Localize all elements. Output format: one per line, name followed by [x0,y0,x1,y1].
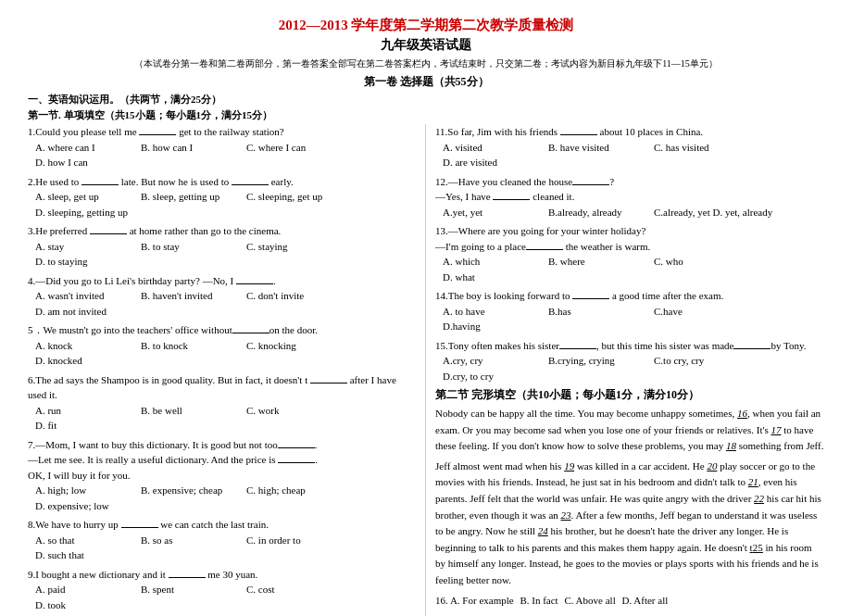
q3-opt-a: A. stay [35,239,137,255]
q8-opt-b: B. so as [141,533,243,548]
q1-text: 1.Could you please tell me get to the ra… [28,126,284,137]
q16-opt-c: C. Above all [564,595,615,606]
answer-17: 17. A. unusual B. normal C. likely D. st… [435,611,824,616]
q12-opt-c: C.already, yet D. yet, already [654,205,772,220]
q7-opt-a: A. high; low [35,483,137,498]
q14-options: A. to have B.has C.have D.having [443,304,824,334]
q12-opt-b: B.already, already [548,205,650,220]
q15-opt-b: B.crying, crying [548,353,650,369]
q13-opt-d: D. what [443,270,545,285]
question-7: 7.—Mom, I want to buy this dictionary. I… [28,437,416,514]
q8-opt-d: D. such that [35,547,137,563]
question-9: 9.I bought a new dictionary and it me 30… [28,567,416,613]
q4-opt-d: D. am not invited [35,304,137,320]
q2-opt-c: C. sleeping, get up [246,189,348,205]
q1-opt-d: D. how I can [35,155,137,170]
q9-options: A. paid B. spent C. cost D. took [35,582,416,612]
q13-text: 13.—Where are you going for your winter … [435,223,824,239]
question-15: 15.Tony often makes his sister, but this… [435,338,824,384]
question-3: 3.He preferred at home rather than go to… [28,223,416,270]
question-13: 13.—Where are you going for your winter … [435,223,824,284]
q8-opt-a: A. so that [35,533,137,548]
q15-text: 15.Tony often makes his sister, but this… [435,340,807,351]
q2-text: 2.He used to late. But now he is used to… [28,176,294,187]
question-12: 12.—Have you cleaned the house? —Yes, I … [435,174,824,220]
main-title: 2012—2013 学年度第二学期第二次教学质量检测 [28,17,824,34]
q6-opt-c: C. work [246,403,348,419]
q12-opt-a: A.yet, yet [443,205,545,220]
q2-opt-a: A. sleep, get up [35,189,137,205]
q13-opt-b: B. where [548,254,650,270]
q13-opt-a: A. which [443,254,545,270]
q7-opt-c: C. high; cheap [246,483,348,498]
q4-options: A. wasn't invited B. haven't invited C. … [35,288,416,319]
q15-opt-c: C.to cry, cry [654,353,756,369]
q15-opt-d: D.cry, to cry [443,369,545,384]
left-column: 1.Could you please tell me get to the ra… [28,124,426,616]
q9-opt-b: B. spent [141,582,243,597]
q7-options: A. high; low B. expensive; cheap C. high… [35,483,416,513]
answer-16: 16. A. For example B. In fact C. Above a… [435,593,824,609]
q9-opt-d: D. took [35,597,137,613]
q3-opt-b: B. to stay [141,239,243,255]
q5-text: 5．We mustn't go into the teachers' offic… [28,324,318,335]
q15-opt-a: A.cry, cry [443,353,545,369]
q11-opt-c: C. has visited [654,140,756,156]
passage-paragraph-2: Jeff almost went mad when his 19 was kil… [435,459,824,589]
q2-options: A. sleep, get up B. sleep, getting up C.… [35,189,416,220]
q16-opt-a: A. For example [450,595,514,606]
note-text: （本试卷分第一卷和第二卷两部分，第一卷答案全部写在第二卷答案栏内，考试结束时，只… [28,57,824,70]
q3-opt-d: D. to staying [35,254,137,270]
q12-text: 12.—Have you cleaned the house? [435,174,824,190]
q6-opt-a: A. run [35,403,137,419]
q2-opt-b: B. sleep, getting up [141,189,243,205]
q4-opt-a: A. wasn't invited [35,288,137,304]
question-6: 6.The ad says the Shampoo is in good qua… [28,372,416,434]
q7-subtext: —Let me see. It is really a useful dicti… [28,452,416,468]
q3-opt-c: C. staying [246,239,348,255]
q12-subtext: —Yes, I have cleaned it. [435,189,824,205]
q16-num: 16. [435,595,450,606]
q5-opt-a: A. knock [35,338,137,354]
q16-opt-d: D. After all [621,595,668,606]
q7-opt-b: B. expensive; cheap [141,483,243,498]
q6-opt-d: D. fit [35,418,137,434]
q11-opt-d: D. are visited [443,155,545,170]
q7-text: 7.—Mom, I want to buy this dictionary. I… [28,437,416,453]
section2-header: 第二节 完形填空（共10小题；每小题1分，满分10分） [435,387,824,403]
q7-subtext2: OK, I will buy it for you. [28,468,416,484]
q1-opt-c: C. where I can [246,140,348,156]
q6-options: A. run B. be well C. work D. fit [35,403,416,434]
q5-options: A. knock B. to knock C. knocking D. knoc… [35,338,416,369]
q4-text: 4.—Did you go to Li Lei's birthday party… [28,275,276,286]
question-11: 11.So far, Jim with his friends about 10… [435,124,824,170]
q1-options: A. where can I B. how can I C. where I c… [35,140,416,170]
section1-header: 第一卷 选择题（共55分） [28,74,824,90]
q5-opt-b: B. to knock [141,338,243,354]
q11-options: A. visited B. have visited C. has visite… [443,140,824,170]
q1-opt-a: A. where can I [35,140,137,156]
sub-title: 九年级英语试题 [28,37,824,54]
q14-opt-a: A. to have [443,304,545,320]
q9-opt-a: A. paid [35,582,137,597]
q9-opt-c: C. cost [246,582,348,597]
q13-options: A. which B. where C. who D. what [443,254,824,284]
q6-opt-b: B. be well [141,403,243,419]
q14-text: 14.The boy is looking forward to a good … [435,290,723,301]
q6-text: 6.The ad says the Shampoo is in good qua… [28,374,396,401]
right-column: 11.So far, Jim with his friends about 10… [426,124,824,616]
q12-options: A.yet, yet B.already, already C.already,… [443,205,824,220]
sub-section-1-1: 第一节. 单项填空（共15小题；每小题1分，满分15分） [28,108,824,122]
q8-text: 8.We have to hurry up we can catch the l… [28,519,269,530]
q13-subtext: —I'm going to a place the weather is war… [435,239,824,255]
q14-opt-b: B.has [548,304,650,320]
question-5: 5．We mustn't go into the teachers' offic… [28,322,416,369]
q9-text: 9.I bought a new dictionary and it me 30… [28,569,257,580]
q15-options: A.cry, cry B.crying, crying C.to cry, cr… [443,353,824,383]
sub-section-1: 一、英语知识运用。（共两节，满分25分） [28,93,824,107]
question-1: 1.Could you please tell me get to the ra… [28,124,416,170]
q14-opt-d: D.having [443,319,545,334]
q1-opt-b: B. how can I [141,140,243,156]
question-2: 2.He used to late. But now he is used to… [28,174,416,220]
question-14: 14.The boy is looking forward to a good … [435,288,824,334]
